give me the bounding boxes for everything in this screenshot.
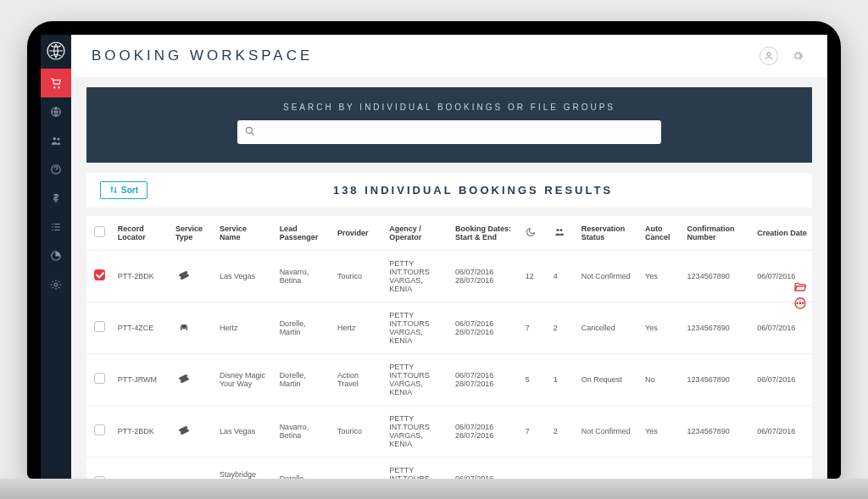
table-row[interactable]: PTT-2BDKLas VegasNavarro, BetinaTouricoP… bbox=[86, 405, 812, 457]
results-table-wrap: Record Locator Service Type Service Name… bbox=[86, 216, 812, 479]
laptop-frame: BOOKING WORKSPACE SEARCH BY INDIVIDUAL B… bbox=[27, 21, 841, 479]
gear-icon[interactable] bbox=[788, 47, 807, 65]
cell-lead-passenger: Dorelle, Martin bbox=[275, 457, 332, 479]
cell-booking-dates: 06/07/201628/07/2016 bbox=[450, 353, 520, 405]
sidebar-item-dollar[interactable] bbox=[41, 184, 71, 213]
globe-icon bbox=[50, 106, 62, 118]
row-checkbox[interactable] bbox=[94, 269, 105, 280]
people-icon bbox=[554, 227, 565, 237]
svg-point-2 bbox=[53, 136, 57, 140]
cell-status: On Request bbox=[576, 457, 640, 479]
pie-icon bbox=[50, 250, 62, 262]
cell-lead-passenger: Dorelle, Martin bbox=[275, 302, 332, 353]
sidebar-item-globe[interactable] bbox=[41, 97, 71, 126]
col-service-name[interactable]: Service Name bbox=[214, 216, 275, 251]
col-nights[interactable] bbox=[520, 216, 548, 251]
table-row[interactable]: PTT-8NECStaybridge Suites OrlandoDorelle… bbox=[86, 457, 812, 479]
cell-auto-cancel: No bbox=[640, 353, 682, 405]
col-lead-passenger[interactable]: Lead Passenger bbox=[275, 216, 332, 251]
cell-agency: PETTY INT.TOURS VARGAS, KENIA bbox=[384, 353, 450, 405]
sidebar-item-help[interactable] bbox=[41, 155, 71, 184]
row-checkbox[interactable] bbox=[94, 321, 105, 332]
cell-creation-date: 06/07/2016 bbox=[752, 302, 812, 353]
cell-service-type bbox=[170, 405, 214, 457]
sort-label: Sort bbox=[121, 186, 138, 195]
sidebar-item-pie[interactable] bbox=[41, 241, 71, 270]
row-checkbox[interactable] bbox=[94, 424, 105, 435]
cell-lead-passenger: Navarro, Betina bbox=[275, 405, 332, 457]
col-creation-date[interactable]: Creation Date bbox=[752, 216, 812, 251]
dollar-icon bbox=[50, 192, 62, 204]
cell-provider: Tourico bbox=[332, 405, 384, 457]
col-confirmation-number[interactable]: Confirmation Number bbox=[682, 216, 753, 251]
col-service-type[interactable]: Service Type bbox=[170, 216, 214, 251]
results-title: 138 INDIVIDUAL BOOKINGS RESULTS bbox=[147, 184, 798, 197]
help-icon bbox=[50, 164, 62, 175]
cell-pax: 4 bbox=[548, 250, 576, 302]
cell-status: On Request bbox=[576, 353, 640, 405]
sidebar-item-settings[interactable] bbox=[41, 270, 71, 299]
sidebar-item-cart[interactable] bbox=[41, 69, 71, 97]
folder-open-icon[interactable] bbox=[793, 280, 807, 294]
svg-point-5 bbox=[54, 283, 58, 286]
sidebar-item-list[interactable] bbox=[41, 213, 71, 241]
app-logo[interactable] bbox=[45, 40, 67, 62]
cell-nights: 12 bbox=[520, 250, 548, 302]
results-bar: Sort 138 INDIVIDUAL BOOKINGS RESULTS bbox=[86, 173, 812, 208]
search-label: SEARCH BY INDIVIDUAL BOOKINGS OR FILE GR… bbox=[107, 103, 792, 112]
row-checkbox[interactable] bbox=[94, 373, 105, 384]
svg-point-9 bbox=[559, 229, 562, 231]
cell-provider: Action Travel bbox=[332, 353, 384, 405]
cell-agency: PETTY INT.TOURS VARGAS, KENIA bbox=[384, 405, 450, 457]
search-icon bbox=[244, 125, 256, 141]
table-row[interactable]: PTT-JRWMDisney Magic Your WayDorelle, Ma… bbox=[86, 353, 812, 405]
cell-creation-date: 06/07/2016 bbox=[752, 457, 812, 479]
table-row[interactable]: PTT-4ZCEHertzDorelle, MartinHertzPETTY I… bbox=[86, 302, 812, 353]
cell-service-name: Hertz bbox=[214, 302, 275, 353]
sort-button[interactable]: Sort bbox=[100, 181, 147, 199]
search-input[interactable] bbox=[237, 120, 661, 144]
table-row[interactable]: PTT-2BDKLas VegasNavarro, BetinaTouricoP… bbox=[86, 250, 812, 302]
col-provider[interactable]: Provider bbox=[332, 216, 384, 251]
svg-point-8 bbox=[556, 229, 559, 231]
cell-booking-dates: 06/07/201628/07/2016 bbox=[450, 457, 520, 479]
cell-confirmation: 1234567890 bbox=[682, 302, 753, 353]
cell-booking-dates: 06/07/201628/07/2016 bbox=[450, 405, 520, 457]
col-booking-dates[interactable]: Booking Dates: Start & End bbox=[450, 216, 520, 251]
sidebar-item-users[interactable] bbox=[41, 126, 71, 155]
main-content: BOOKING WORKSPACE SEARCH BY INDIVIDUAL B… bbox=[71, 35, 827, 479]
col-record-locator[interactable]: Record Locator bbox=[113, 216, 170, 251]
cell-confirmation: 1234567890 bbox=[682, 250, 753, 302]
svg-point-14 bbox=[181, 327, 182, 328]
cell-pax: 1 bbox=[548, 353, 576, 405]
ticket-icon bbox=[175, 424, 192, 436]
select-all-checkbox[interactable] bbox=[94, 226, 105, 237]
cell-agency: PETTY INT.TOURS VARGAS, KENIA bbox=[384, 457, 450, 479]
laptop-screen: BOOKING WORKSPACE SEARCH BY INDIVIDUAL B… bbox=[41, 35, 827, 479]
cell-status: Not Confirmed bbox=[576, 405, 640, 457]
cell-nights: 7 bbox=[520, 302, 548, 353]
cell-record-locator: PTT-4ZCE bbox=[113, 302, 170, 353]
cell-status: Not Confirmed bbox=[576, 250, 640, 302]
cell-pax: 2 bbox=[548, 302, 576, 353]
col-pax[interactable] bbox=[548, 216, 576, 251]
cell-confirmation: 1234567890 bbox=[682, 353, 753, 405]
cell-pax: 3 bbox=[548, 457, 576, 479]
cell-service-type bbox=[170, 457, 214, 479]
col-reservation-status[interactable]: Reservation Status bbox=[576, 216, 640, 251]
cell-service-name: Las Vegas bbox=[214, 250, 275, 302]
cell-nights: 5 bbox=[520, 353, 548, 405]
cell-creation-date: 06/07/2016☜ bbox=[752, 250, 812, 302]
col-agency[interactable]: Agency / Operator bbox=[384, 216, 450, 251]
topbar: BOOKING WORKSPACE bbox=[71, 35, 827, 77]
col-auto-cancel[interactable]: Auto Cancel bbox=[640, 216, 682, 251]
users-icon bbox=[50, 135, 62, 147]
cell-creation-date: 06/07/2016 bbox=[752, 405, 812, 457]
cell-service-type bbox=[170, 353, 214, 405]
cell-record-locator: PTT-2BDK bbox=[113, 405, 170, 457]
cell-record-locator: PTT-2BDK bbox=[113, 250, 170, 302]
user-icon[interactable] bbox=[760, 47, 778, 65]
ticket-icon bbox=[175, 269, 192, 281]
cell-booking-dates: 06/07/201628/07/2016 bbox=[450, 250, 520, 302]
cell-service-name: Staybridge Suites Orlando bbox=[214, 457, 275, 479]
